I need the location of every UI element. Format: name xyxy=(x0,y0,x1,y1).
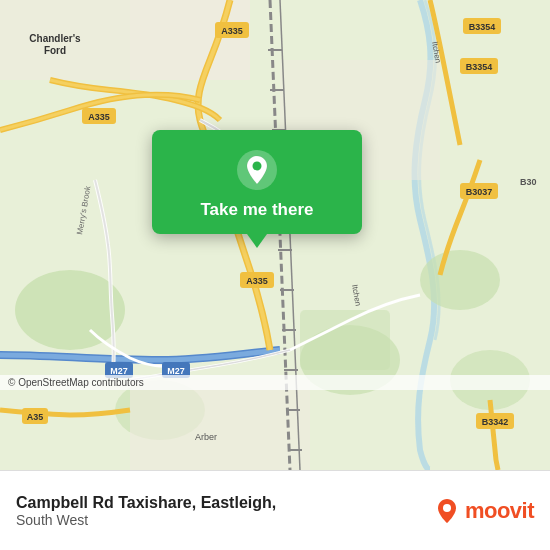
moovit-brand-text: moovit xyxy=(465,498,534,524)
location-pin-icon xyxy=(235,148,279,192)
location-title: Campbell Rd Taxishare, Eastleigh, xyxy=(16,494,276,512)
svg-text:A35: A35 xyxy=(27,412,44,422)
svg-point-52 xyxy=(253,162,262,171)
svg-text:Arber: Arber xyxy=(195,432,217,442)
svg-text:A335: A335 xyxy=(246,276,268,286)
map-container: A335 A335 A335 B3354 B3354 B3037 M27 M27… xyxy=(0,0,550,470)
location-info: Campbell Rd Taxishare, Eastleigh, South … xyxy=(16,494,276,528)
popup-label: Take me there xyxy=(200,200,313,220)
svg-text:B30: B30 xyxy=(520,177,537,187)
svg-rect-7 xyxy=(130,0,250,80)
svg-text:B3354: B3354 xyxy=(466,62,493,72)
svg-rect-6 xyxy=(300,310,390,370)
bottom-bar: Campbell Rd Taxishare, Eastleigh, South … xyxy=(0,470,550,550)
take-me-there-popup[interactable]: Take me there xyxy=(152,130,362,234)
svg-text:B3354: B3354 xyxy=(469,22,496,32)
svg-point-53 xyxy=(443,504,451,512)
svg-rect-10 xyxy=(130,380,310,470)
moovit-pin-icon xyxy=(433,497,461,525)
svg-text:B3342: B3342 xyxy=(482,417,509,427)
svg-text:B3037: B3037 xyxy=(466,187,493,197)
svg-text:A335: A335 xyxy=(88,112,110,122)
location-subtitle: South West xyxy=(16,512,276,528)
svg-text:A335: A335 xyxy=(221,26,243,36)
copyright-bar: © OpenStreetMap contributors xyxy=(0,375,550,390)
svg-text:Ford: Ford xyxy=(44,45,66,56)
svg-point-3 xyxy=(420,250,500,310)
copyright-text: © OpenStreetMap contributors xyxy=(8,377,144,388)
svg-text:Chandler's: Chandler's xyxy=(29,33,81,44)
moovit-logo: moovit xyxy=(433,497,534,525)
